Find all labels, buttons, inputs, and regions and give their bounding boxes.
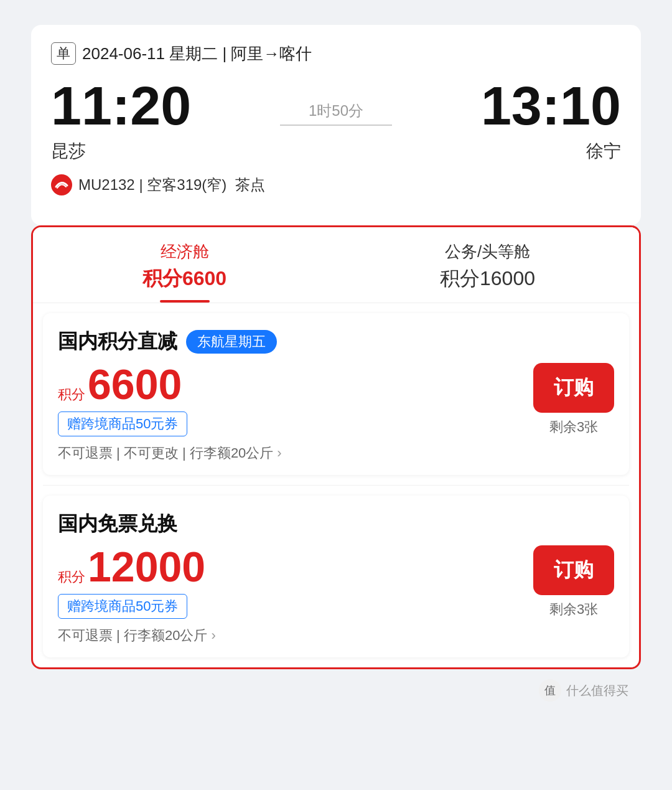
option-1-points-prefix: 积分 — [58, 385, 85, 404]
option-2-right: 订购 剩余3张 — [533, 545, 614, 619]
option-1-title: 国内积分直减 — [58, 328, 177, 355]
remaining-1: 剩余3张 — [549, 418, 598, 436]
option-2-title: 国内免票兑换 — [58, 510, 177, 538]
option-2-policy: 不可退票 | 行李额20公斤 › — [58, 626, 216, 645]
tab-economy[interactable]: 经济舱 积分6600 — [33, 227, 336, 303]
depart-time: 11:20 — [51, 78, 191, 133]
option-2-body: 积分 12000 赠跨境商品50元券 不可退票 | 行李额20公斤 › 订购 剩… — [58, 545, 614, 645]
remaining-2: 剩余3张 — [549, 600, 598, 619]
option-1-policy-arrow: › — [277, 445, 281, 461]
option-2-policy-arrow: › — [211, 628, 215, 644]
airline-logo-icon — [51, 174, 72, 195]
option-2-header: 国内免票兑换 — [58, 510, 614, 538]
airline-info: MU2132 | 空客319(窄) 茶点 — [78, 175, 265, 195]
airline-row: MU2132 | 空客319(窄) 茶点 — [51, 174, 621, 195]
trip-type-badge: 单 — [51, 42, 76, 65]
tab-economy-label: 经济舱 — [161, 241, 209, 263]
option-1-right: 订购 剩余3张 — [533, 363, 614, 436]
option-1-points-number: 6600 — [88, 363, 182, 405]
buy-button-1[interactable]: 订购 — [533, 363, 614, 413]
option-2-points-row: 积分 12000 — [58, 545, 216, 588]
duration-line — [280, 125, 392, 126]
flight-info-card: 单 2024-06-11 星期二 | 阿里→喀什 11:20 1时50分 13:… — [31, 25, 641, 225]
watermark-icon: 值 — [539, 679, 561, 702]
tab-economy-underline — [160, 300, 210, 303]
date-route: 2024-06-11 星期二 | 阿里→喀什 — [82, 43, 312, 65]
option-card-1: 国内积分直减 东航星期五 积分 6600 赠跨境商品50元券 不可退票 | 不可… — [43, 313, 629, 475]
header-bar: 单 2024-06-11 星期二 | 阿里→喀什 — [51, 42, 621, 65]
options-divider — [43, 485, 629, 486]
tab-business-points: 积分16000 — [440, 265, 535, 293]
tab-economy-points: 积分6600 — [142, 265, 226, 293]
main-section: 经济舱 积分6600 公务/头等舱 积分16000 国内积分直减 东航星期五 积… — [31, 225, 641, 669]
arrive-time: 13:10 — [481, 78, 621, 133]
duration-text: 1时50分 — [309, 101, 363, 121]
watermark-area: 值 什么值得买 — [31, 669, 641, 702]
option-1-policy: 不可退票 | 不可更改 | 行李额20公斤 › — [58, 444, 282, 463]
watermark: 值 什么值得买 — [539, 679, 628, 702]
option-1-left: 积分 6600 赠跨境商品50元券 不可退票 | 不可更改 | 行李额20公斤 … — [58, 363, 282, 463]
depart-airport: 昆莎 — [51, 139, 86, 163]
option-1-points-row: 积分 6600 — [58, 363, 282, 405]
tab-business-label: 公务/头等舱 — [445, 241, 530, 263]
option-1-body: 积分 6600 赠跨境商品50元券 不可退票 | 不可更改 | 行李额20公斤 … — [58, 363, 614, 463]
airport-row: 昆莎 徐宁 — [51, 139, 621, 163]
option-2-left: 积分 12000 赠跨境商品50元券 不可退票 | 行李额20公斤 › — [58, 545, 216, 645]
tabs-row: 经济舱 积分6600 公务/头等舱 积分16000 — [33, 227, 639, 303]
option-card-2: 国内免票兑换 积分 12000 赠跨境商品50元券 不可退票 | 行李额20公斤… — [43, 496, 629, 657]
option-1-coupon: 赠跨境商品50元券 — [58, 411, 187, 436]
flight-times-row: 11:20 1时50分 13:10 — [51, 78, 621, 133]
promo-badge-1: 东航星期五 — [186, 330, 277, 354]
duration-center: 1时50分 — [191, 78, 481, 126]
option-2-coupon: 赠跨境商品50元券 — [58, 594, 187, 619]
tab-business[interactable]: 公务/头等舱 积分16000 — [336, 227, 639, 303]
option-1-header: 国内积分直减 东航星期五 — [58, 328, 614, 355]
buy-button-2[interactable]: 订购 — [533, 545, 614, 595]
watermark-text: 什么值得买 — [566, 682, 628, 699]
arrive-airport: 徐宁 — [586, 139, 621, 163]
option-2-points-prefix: 积分 — [58, 568, 85, 586]
option-2-points-number: 12000 — [88, 545, 205, 588]
